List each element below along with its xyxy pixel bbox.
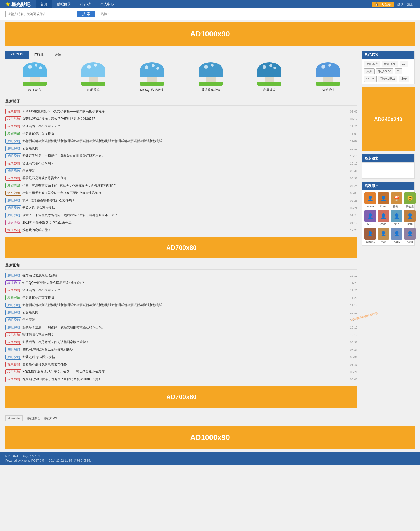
sidebar: 热门标签 贴吧名字贴吧系统DJ火影tpl_cachetplcache香菇贴吧v2… [362,51,415,411]
post-date: 04-25 [350,184,357,187]
user-item[interactable]: 👤东子 [391,210,402,226]
post-title[interactable]: 贴吧用户等级权限以及积分规则说明 [22,347,348,352]
post-title[interactable]: 没有我的密码功能！ [22,228,348,232]
post-title[interactable]: 验证码怎么不出来啊？ [22,161,348,166]
user-item[interactable]: 👤K25L [391,228,402,243]
post-title[interactable]: 安装好了过后，一切都好，就是发帖的时候验证码不出来。 [22,325,348,330]
user-name: 香菇... [391,205,402,209]
copyright: © 2008-2010 科技有限公司 [5,454,415,458]
post-title[interactable]: 验证码为什么不显示？？？ [22,288,348,293]
category-bbs[interactable]: 贴吧系统 [77,62,109,92]
category-mysql[interactable]: MYSQL数据转换 [136,62,168,92]
tab-xgcms[interactable]: XGCMS [5,51,29,59]
tag-btn[interactable]: tpl [395,68,402,74]
user-item[interactable]: 👤Kdh5 [404,228,416,243]
post-date: 08-31 [350,348,357,351]
user-avatar: 🍄 [391,192,402,204]
post-date: 06-09 [350,110,357,113]
bottom-mid-ad-banner: AD700x80 [5,386,357,408]
post-title[interactable]: 出售自用景安服务器空间一年200 不限制空间大小和速度 [22,191,348,195]
post-title[interactable]: 安装好了过后，一切都好，就是发帖的时候验证码不出来。 [22,154,348,158]
mushroom-icon-plugin [316,62,340,86]
post-date: 10-10 [350,162,357,165]
post-tag: [贴吧系统] [5,198,21,203]
user-item[interactable]: 👤bdf8 [404,210,416,226]
tag-btn[interactable]: 贴吧系统 [382,61,398,67]
mid-ad-banner: AD700x80 [5,237,357,258]
tag-btn[interactable]: 贴吧名字 [364,61,380,67]
tab-entertainment[interactable]: 娱乐 [49,51,67,59]
footer-links: xiuno bbs 香菇贴吧 香菇CMS [0,413,420,423]
main-nav: 首页 贴吧目录 排行榜 个人中心 [36,0,119,8]
post-item: [贴吧系统]安装好了过后，一切都好，就是发帖的时候验证码不出来。10-10 [5,324,357,331]
post-title[interactable]: 安装之后 怎么没法发帖 [22,355,348,359]
post-title[interactable]: 2013明星微电影盘点 何仙姑末作品 [22,220,348,225]
login-link[interactable]: 登录 [397,2,404,6]
user-item[interactable]: 👤sddd [378,210,389,226]
category-develop[interactable]: 发展建议 [253,62,285,92]
tag-btn[interactable]: tpl_cache [376,68,393,74]
tag-btn[interactable]: DJ [400,61,408,67]
post-title[interactable]: 香菇贴吧发展意见收藏帖 [22,273,348,278]
nav-item-profile[interactable]: 个人中心 [95,0,119,8]
post-title[interactable]: 还是建议使用百度模版 [22,295,348,300]
user-avatar: 👤 [404,228,416,240]
post-title[interactable]: 看看是不是可以多悬赏发布任务 [22,362,348,367]
nav-item-ranking[interactable]: 排行榜 [76,0,95,8]
post-item: [贴吧系统]设置了一下管理员才能访问，然后我退出后台，就再也登录不上去了02-2… [5,212,357,219]
category-spider[interactable]: 香菇采集小偷 [195,62,227,92]
user-item[interactable]: 👤5376 [364,210,376,226]
user-item[interactable]: 👤bzbzb... [364,228,376,243]
user-item[interactable]: 😊开心果 [404,192,416,209]
tag-cloud: 贴吧名字贴吧系统DJ火影tpl_cachetplcache香菇贴吧v2上传 [362,59,414,84]
post-title[interactable]: 安装之后 怎么没法发帖 [22,206,348,210]
search-input[interactable] [5,11,74,17]
powered-by: Powered by Xgcms POST 3.5 2014-12-22 11:… [5,459,415,463]
footer-link-mushroom-bbs[interactable]: 香菇贴吧 [27,416,40,421]
tag-btn[interactable]: cache [364,76,377,82]
tag-btn[interactable]: 香菇贴吧v2 [378,76,397,82]
active-users-grid: 👤admin👤8ea7🍄香菇...😊开心果👤5376👤sddd👤东子👤bdf8👤… [362,190,414,246]
post-title[interactable]: 新标测试新标测试新标测试新标测试新标测试新标测试新标测试新标测试新标测试新标测试… [22,303,348,307]
post-title[interactable]: 香菇贴吧V3.0发布，优秀的PHP贴吧系统-20130609更新 [22,377,348,382]
footer-link-mushroom-cms[interactable]: 香菇CMS [44,416,57,421]
post-title[interactable]: 使用QQ一键登陆为什么提示回调地址非法？ [22,281,348,285]
user-avatar: 👤 [391,228,402,240]
qq-login-button[interactable]: 🐧 QQ登录 [372,2,394,7]
post-title[interactable]: 验证码怎么不出来啊？ [22,333,348,337]
post-title[interactable]: 新标测试新标测试新标测试新标测试新标测试新标测试新标测试新标测试新标测试新标测试… [22,139,348,143]
register-link[interactable]: 注册 [407,2,413,6]
post-tag: [程序发布] [5,288,21,293]
post-title[interactable]: 云客站长网 [22,146,348,151]
tag-btn[interactable]: 火影 [364,68,375,74]
category-name-spider: 香菇采集小偷 [195,88,227,92]
category-program[interactable]: 程序发布 [19,62,51,92]
post-title[interactable]: 香菇贴吧V3.1发布，高效的PHP贴吧系统-20130717 [22,117,348,121]
post-title[interactable]: 验证码为什么不显示？？？ [22,124,348,129]
user-avatar: 👤 [378,210,389,222]
post-title[interactable]: 求助, 域名更换需要修改什么文件吗？ [22,198,348,203]
post-title[interactable]: 安装后为什么是宽版？如何调整到窄版？求解！ [22,340,348,344]
user-name: bzbzb... [364,240,376,243]
tab-it[interactable]: IT行业 [29,51,49,59]
post-title[interactable]: 作者，有没有赏贡贴吧的, 单板块，不用分板块，直接发布的功能？ [22,183,348,188]
post-title[interactable]: 设置了一下管理员才能访问，然后我退出后台，就再也登录不上去了 [22,213,348,218]
post-title[interactable]: XGCMS采集系统v2.1-美女小偷版——强大的采集小偷程序 [22,370,348,374]
user-item[interactable]: 👤yop [378,228,389,243]
post-title[interactable]: 怎么安装 [22,318,348,322]
category-plugin[interactable]: 模版插件 [312,62,344,92]
post-title[interactable]: 还是建议使用百度模版 [22,131,348,136]
post-title[interactable]: XGCMS采集系统v2.1-美女小偷版——强大的采集小偷程序 [22,109,348,114]
post-title[interactable]: 怎么安装 [22,169,348,173]
post-title[interactable]: 看看是不是可以多悬赏发布任务 [22,176,348,180]
post-title[interactable]: 云客站长网 [22,310,348,315]
nav-item-home[interactable]: 首页 [36,0,52,8]
user-item[interactable]: 👤8ea7 [378,192,389,209]
post-tag: [程序发布] [5,362,21,367]
post-item: [搞笑视频]2013明星微电影盘点 何仙姑末作品01-12 [5,219,357,227]
user-item[interactable]: 🍄香菇... [391,192,402,209]
tag-btn[interactable]: 上传 [399,76,409,82]
user-item[interactable]: 👤admin [364,192,376,209]
search-button[interactable]: 搜 索 [77,11,95,17]
nav-item-directory[interactable]: 贴吧目录 [52,0,76,8]
